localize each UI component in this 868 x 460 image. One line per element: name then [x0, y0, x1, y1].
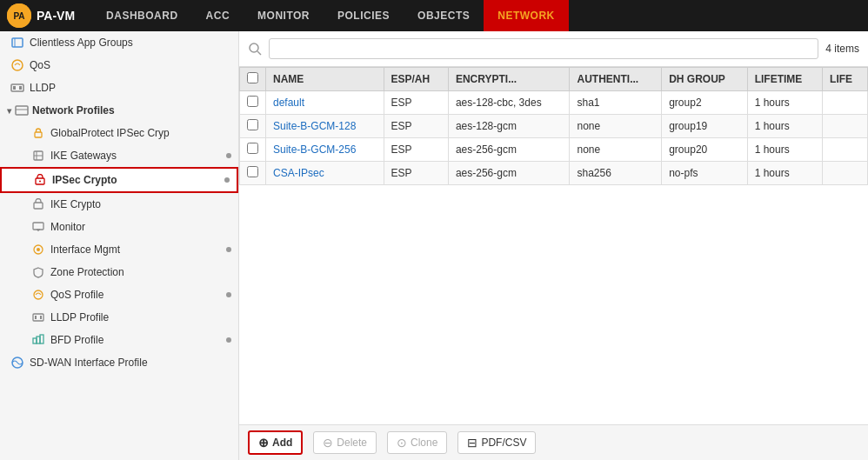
svg-rect-6 — [13, 86, 16, 90]
sidebar-item-qos[interactable]: QoS — [0, 54, 238, 77]
row-checkbox-cell[interactable] — [240, 115, 266, 138]
sidebar-label: BFD Profile — [50, 334, 221, 346]
table-row: Suite-B-GCM-256 ESP aes-256-gcm none gro… — [240, 138, 868, 162]
col-life: LIFE — [823, 68, 868, 91]
row-checkbox[interactable] — [247, 143, 258, 154]
sidebar-label: LLDP Profile — [50, 311, 231, 323]
row-life — [823, 91, 868, 115]
row-encryption: aes-128-gcm — [448, 115, 570, 138]
sidebar-item-network-profiles[interactable]: ▾ Network Profiles — [0, 99, 238, 122]
clone-button[interactable]: ⊙ Clone — [387, 431, 447, 454]
svg-rect-8 — [16, 106, 28, 115]
sidebar-item-monitor[interactable]: Monitor — [0, 216, 238, 238]
row-authentication: none — [570, 138, 662, 162]
row-life — [823, 138, 868, 162]
add-label: Add — [272, 437, 292, 449]
lldp-icon — [10, 81, 24, 95]
sidebar-label: SD-WAN Interface Profile — [30, 357, 231, 369]
sidebar-item-zone-protection[interactable]: Zone Protection — [0, 261, 238, 283]
row-checkbox-cell[interactable] — [240, 91, 266, 115]
select-all-header[interactable] — [240, 68, 266, 91]
search-bar: 4 items — [239, 31, 868, 67]
network-profiles-icon — [15, 103, 29, 117]
status-dot — [226, 247, 231, 252]
delete-label: Delete — [337, 437, 367, 449]
status-dot — [224, 177, 230, 183]
row-life — [823, 115, 868, 138]
row-lifetime: 1 hours — [747, 115, 822, 138]
interface-mgmt-icon — [31, 243, 45, 257]
sidebar-label: LLDP — [30, 82, 231, 94]
row-lifetime: 1 hours — [747, 162, 822, 185]
row-checkbox[interactable] — [247, 119, 258, 130]
sidebar-label: GlobalProtect IPSec Cryp — [50, 127, 231, 139]
content-area: 4 items NAME ESP/AH ENCRYPTI... AUTHENTI… — [239, 31, 868, 460]
sidebar-label: Zone Protection — [50, 266, 231, 278]
sidebar-item-globalprotect-ipsec[interactable]: GlobalProtect IPSec Cryp — [0, 122, 238, 144]
search-input[interactable] — [269, 38, 818, 59]
select-all-checkbox[interactable] — [247, 72, 258, 83]
network-profiles-label: Network Profiles — [32, 104, 115, 117]
sdwan-icon — [10, 356, 24, 370]
col-encryption: ENCRYPTI... — [448, 68, 570, 91]
nav-objects[interactable]: OBJECTS — [404, 0, 484, 31]
nav-network[interactable]: NETWORK — [484, 0, 569, 31]
sidebar-item-qos-profile[interactable]: QoS Profile — [0, 283, 238, 306]
sidebar-label: QoS Profile — [50, 289, 221, 301]
sidebar-item-ike-crypto[interactable]: IKE Crypto — [0, 193, 238, 216]
add-button[interactable]: ⊕ Add — [248, 430, 303, 455]
svg-rect-2 — [12, 38, 23, 47]
clone-icon: ⊙ — [397, 436, 407, 450]
svg-rect-17 — [33, 223, 43, 230]
svg-rect-16 — [34, 203, 43, 209]
row-authentication: none — [570, 115, 662, 138]
row-esp-ah: ESP — [384, 115, 448, 138]
ipsec-crypto-icon — [33, 173, 47, 187]
sidebar-item-ipsec-crypto[interactable]: IPSec Crypto — [0, 167, 238, 193]
qos-icon — [10, 58, 24, 72]
sidebar-item-clientless-app-groups[interactable]: Clientless App Groups — [0, 31, 238, 54]
status-dot — [226, 292, 231, 297]
row-lifetime: 1 hours — [747, 138, 822, 162]
nav-dashboard[interactable]: DASHBOARD — [92, 0, 192, 31]
table-row: default ESP aes-128-cbc, 3des sha1 group… — [240, 91, 868, 115]
row-name[interactable]: CSA-IPsec — [266, 162, 384, 185]
nav-acc[interactable]: ACC — [192, 0, 244, 31]
row-name[interactable]: Suite-B-GCM-256 — [266, 138, 384, 162]
row-name[interactable]: default — [266, 91, 384, 115]
sidebar-item-lldp-profile[interactable]: LLDP Profile — [0, 306, 238, 329]
col-name: NAME — [266, 68, 384, 91]
col-lifetime: LIFETIME — [747, 68, 822, 91]
row-dh-group: group2 — [662, 91, 747, 115]
row-name[interactable]: Suite-B-GCM-128 — [266, 115, 384, 138]
delete-button[interactable]: ⊖ Delete — [313, 431, 377, 454]
sidebar-item-sdwan-interface-profile[interactable]: SD-WAN Interface Profile — [0, 351, 238, 374]
svg-point-30 — [250, 43, 258, 52]
sidebar-label: IKE Crypto — [50, 198, 231, 210]
row-checkbox[interactable] — [247, 166, 258, 177]
svg-point-4 — [12, 60, 23, 70]
svg-line-31 — [257, 51, 261, 55]
nav-monitor[interactable]: MONITOR — [244, 0, 324, 31]
nav-policies[interactable]: POLICIES — [324, 0, 404, 31]
data-table-wrap: NAME ESP/AH ENCRYPTI... AUTHENTI... DH G… — [239, 67, 868, 424]
item-count: 4 items — [825, 43, 859, 55]
bfd-icon — [31, 333, 45, 347]
svg-point-15 — [39, 181, 41, 183]
row-checkbox-cell[interactable] — [240, 138, 266, 162]
sidebar-label: QoS — [30, 59, 231, 71]
row-checkbox[interactable] — [247, 96, 258, 107]
row-checkbox-cell[interactable] — [240, 162, 266, 185]
row-encryption: aes-256-gcm — [448, 162, 570, 185]
add-icon: ⊕ — [258, 436, 269, 450]
sidebar-label: Monitor — [50, 221, 231, 233]
sidebar-item-ike-gateways[interactable]: IKE Gateways — [0, 144, 238, 167]
sidebar-item-lldp[interactable]: LLDP — [0, 77, 238, 99]
sidebar-item-interface-mgmt[interactable]: Interface Mgmt — [0, 238, 238, 261]
pdf-csv-label: PDF/CSV — [481, 437, 526, 449]
pdf-csv-icon: ⊟ — [467, 436, 477, 450]
pdf-csv-button[interactable]: ⊟ PDF/CSV — [457, 431, 536, 454]
lldp-profile-icon — [31, 310, 45, 324]
row-encryption: aes-256-gcm — [448, 138, 570, 162]
sidebar-item-bfd-profile[interactable]: BFD Profile — [0, 329, 238, 351]
